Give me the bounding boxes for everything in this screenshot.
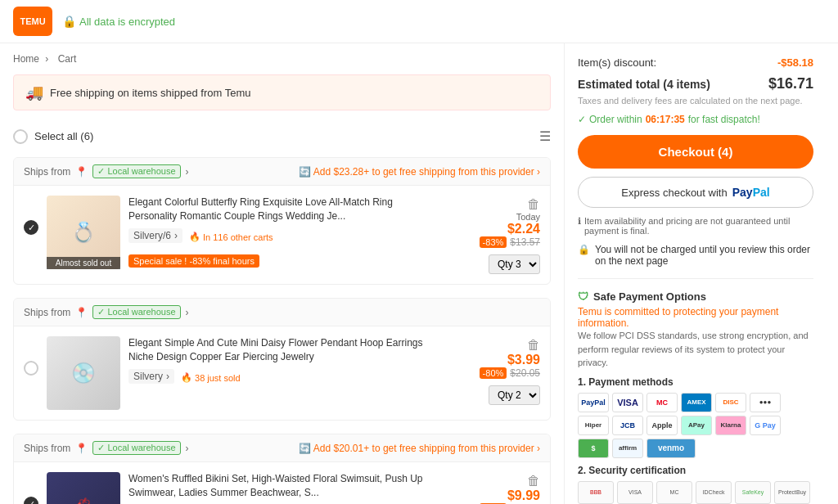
logo[interactable]: TEMU bbox=[13, 7, 52, 36]
visa-payment-icon: VISA bbox=[612, 393, 643, 412]
cert-icon-3: MC bbox=[656, 481, 692, 504]
checkbox-checked-1[interactable] bbox=[24, 220, 38, 235]
item-original-price-1: $13.57 bbox=[510, 236, 540, 248]
order-timer: 06:17:35 bbox=[646, 114, 685, 125]
delete-btn-3[interactable]: 🗑 bbox=[527, 474, 540, 488]
checkout-button[interactable]: Checkout (4) bbox=[578, 135, 813, 169]
info-icon: ℹ bbox=[578, 216, 581, 236]
item-checkbox-2[interactable] bbox=[24, 361, 38, 376]
secure-badge: 🔒 All data is encrypted bbox=[62, 15, 175, 28]
cart-item-3: 👙 Almost sold out Women's Ruffled Bikini… bbox=[14, 462, 550, 504]
list-icon[interactable]: ☰ bbox=[539, 128, 551, 144]
delete-btn-1[interactable]: 🗑 bbox=[527, 197, 540, 212]
item-image-3: 👙 bbox=[47, 472, 120, 504]
affirm-payment-icon: affirm bbox=[612, 439, 643, 458]
item-discount-badge-2: -80% bbox=[480, 367, 507, 379]
ships-header-3: Ships from 📍 ✓ Local warehouse › 🔄 Add $… bbox=[14, 434, 550, 462]
cert-icon-2: VISA bbox=[617, 481, 653, 504]
cert-icon-1: BBB bbox=[578, 481, 614, 504]
free-shipping-note-3[interactable]: 🔄 Add $20.01+ to get free shipping from … bbox=[299, 443, 540, 454]
venmo-payment-icon: venmo bbox=[647, 439, 696, 458]
item-price-col-3: 🗑 $9.99 -70% $34.18 Qty 1 Qty 2 Qty 3 bbox=[434, 472, 540, 504]
breadcrumb-home[interactable]: Home bbox=[13, 53, 39, 65]
item-discount-badge-1: -83% bbox=[480, 236, 507, 248]
jcb-payment-icon: JCB bbox=[612, 416, 643, 435]
special-sale-1: Special sale ! -83% final hours bbox=[128, 254, 259, 268]
item-checkbox-3[interactable] bbox=[24, 497, 38, 504]
cart-section-1: Ships from 📍 ✓ Local warehouse › 🔄 Add $… bbox=[13, 157, 551, 285]
select-all-checkbox[interactable] bbox=[13, 129, 28, 144]
checkbox-unchecked-2[interactable] bbox=[24, 361, 38, 376]
cart-section-3: Ships from 📍 ✓ Local warehouse › 🔄 Add $… bbox=[13, 434, 551, 504]
free-shipping-banner: 🚚 Free shipping on items shipped from Te… bbox=[13, 74, 551, 110]
paypal-payment-icon: PayPal bbox=[578, 393, 609, 412]
item-title-1: Elegant Colorful Butterfly Ring Exquisit… bbox=[128, 196, 426, 223]
qty-select-2[interactable]: Qty 1 Qty 2 Qty 3 bbox=[489, 385, 540, 405]
select-all-label[interactable]: Select all (6) bbox=[13, 129, 93, 144]
item-original-price-2: $20.05 bbox=[510, 367, 540, 379]
item-details-2: Elegant Simple And Cute Mini Daisy Flowe… bbox=[128, 336, 426, 390]
map-icon-2: 📍 bbox=[75, 307, 88, 318]
item-variant-2[interactable]: Silvery › bbox=[128, 369, 174, 384]
item-price-section-2: $3.99 -80% $20.05 bbox=[442, 353, 540, 379]
amex-payment-icon: AMEX bbox=[681, 393, 712, 412]
discover-payment-icon: DISC bbox=[715, 393, 746, 412]
cert-icon-4: IDCheck bbox=[696, 481, 732, 504]
order-within-label: Order within bbox=[589, 114, 642, 125]
item-title-2: Elegant Simple And Cute Mini Daisy Flowe… bbox=[128, 336, 426, 364]
payment-methods-label: 1. Payment methods bbox=[578, 376, 813, 388]
item-qty-2: Qty 1 Qty 2 Qty 3 bbox=[489, 385, 540, 405]
checkbox-checked-3[interactable] bbox=[24, 497, 38, 504]
qty-select-1[interactable]: Qty 1 Qty 2 Qty 3 Qty 4 Qty 5 bbox=[489, 254, 540, 274]
safe-payment-link[interactable]: Temu is committed to protecting your pay… bbox=[578, 306, 813, 329]
shield-icon: 🛡 bbox=[578, 290, 588, 303]
local-badge-1: ✓ Local warehouse bbox=[92, 164, 180, 178]
ships-from-text-2: Ships from bbox=[24, 307, 70, 318]
item-checkbox-1[interactable] bbox=[24, 220, 38, 235]
paypal-checkout-button[interactable]: Express checkout with PayPal bbox=[578, 177, 813, 208]
truck-icon: 🚚 bbox=[25, 83, 43, 101]
main-layout: Home › Cart 🚚 Free shipping on items shi… bbox=[0, 43, 838, 504]
checkmark-icon: ✓ bbox=[578, 114, 586, 125]
map-icon-3: 📍 bbox=[75, 443, 88, 454]
mastercard-payment-icon: MC bbox=[647, 393, 678, 412]
cart-item-1: 💍 Almost sold out Elegant Colorful Butte… bbox=[14, 186, 550, 284]
breadcrumb-cart: Cart bbox=[58, 53, 77, 65]
express-checkout-label: Express checkout with bbox=[621, 187, 727, 199]
cash-app-icon: $ bbox=[578, 439, 609, 458]
ships-header-1: Ships from 📍 ✓ Local warehouse › 🔄 Add $… bbox=[14, 158, 550, 186]
breadcrumb: Home › Cart bbox=[13, 53, 551, 65]
lock-icon-panel: 🔒 bbox=[578, 244, 590, 255]
gpay-payment-icon: G Pay bbox=[750, 416, 781, 435]
item-price-3: $9.99 bbox=[442, 488, 540, 503]
item-image-2: 💿 bbox=[47, 336, 120, 410]
safe-payment-section: 🛡 Safe Payment Options Temu is committed… bbox=[578, 290, 813, 504]
item-price-col-2: 🗑 $3.99 -80% $20.05 Qty 1 Qty 2 Qty 3 bbox=[434, 336, 540, 405]
logo-text: TEMU bbox=[20, 16, 45, 26]
item-variant-1[interactable]: Silvery/6 › bbox=[128, 228, 182, 243]
ships-from-text-1: Ships from bbox=[24, 166, 70, 178]
chevron-right-icon-3[interactable]: › bbox=[186, 443, 189, 454]
chevron-variant-1: › bbox=[174, 230, 178, 241]
cert-icon-5: SafeKey bbox=[735, 481, 771, 504]
delete-btn-2[interactable]: 🗑 bbox=[527, 338, 540, 353]
payment-icons: PayPal VISA MC AMEX DISC ●●● Hiper JCB A… bbox=[578, 393, 813, 458]
item-price-col-1: 🗑 Today $2.24 -83% $13.57 Qty 1 Qty 2 bbox=[434, 196, 540, 274]
item-hot-1: 🔥 In 116 other carts bbox=[189, 232, 273, 242]
free-shipping-note-1[interactable]: 🔄 Add $23.28+ to get free shipping from … bbox=[299, 166, 540, 178]
almost-sold-out-1: Almost sold out bbox=[47, 257, 120, 269]
item-price-1: $2.24 bbox=[442, 222, 540, 236]
chevron-right-icon-2[interactable]: › bbox=[186, 307, 189, 318]
total-note: Taxes and delivery fees are calculated o… bbox=[578, 96, 813, 106]
ships-header-left-2: Ships from 📍 ✓ Local warehouse › bbox=[24, 305, 189, 319]
chevron-variant-2: › bbox=[166, 371, 169, 382]
discount-row: Item(s) discount: -$58.18 bbox=[578, 56, 813, 69]
chevron-right-icon-1[interactable]: › bbox=[186, 166, 189, 178]
local-badge-2: ✓ Local warehouse bbox=[92, 305, 180, 319]
fast-dispatch-text: for fast dispatch! bbox=[688, 114, 760, 125]
lock-icon: 🔒 bbox=[62, 15, 76, 28]
cart-section-2: Ships from 📍 ✓ Local warehouse › 💿 Elega… bbox=[13, 298, 551, 421]
local-badge-3: ✓ Local warehouse bbox=[92, 441, 180, 455]
item-hot-2: 🔥 38 just sold bbox=[181, 372, 241, 383]
cart-panel: Home › Cart 🚚 Free shipping on items shi… bbox=[0, 43, 565, 504]
